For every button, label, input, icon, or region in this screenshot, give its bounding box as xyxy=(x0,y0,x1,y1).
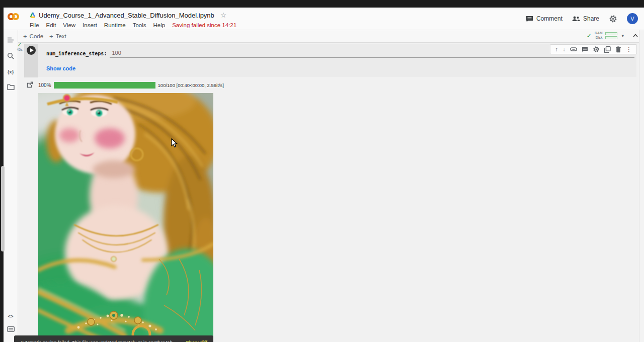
cell-execution-badge: ✓ 45s xyxy=(16,42,24,51)
colab-header: Udemy_Course_1_Advanced_Stable_Diffusion… xyxy=(4,8,644,30)
vertical-scrollbar[interactable] xyxy=(639,30,644,342)
add-text-button[interactable]: + Text xyxy=(49,33,66,40)
code-cell[interactable]: num_inference_steps: 100 Show code xyxy=(24,44,636,77)
avatar[interactable]: V xyxy=(627,13,638,24)
progress-percent: 100% xyxy=(38,82,51,88)
menu-help[interactable]: Help xyxy=(153,22,166,28)
menu-runtime[interactable]: Runtime xyxy=(104,22,126,28)
show-code-link[interactable]: Show code xyxy=(46,65,75,71)
copy-link-icon[interactable] xyxy=(570,47,577,51)
add-text-label: Text xyxy=(56,33,66,39)
comment-button[interactable]: Comment xyxy=(526,15,562,22)
mirror-cell-copy-icon[interactable] xyxy=(604,46,611,53)
play-icon xyxy=(30,48,34,52)
menu-view[interactable]: View xyxy=(63,22,75,28)
menu-bar: File Edit View Insert Runtime Tools Help… xyxy=(30,21,236,29)
disk-label: Disk xyxy=(596,36,603,40)
disk-meter xyxy=(605,36,617,39)
autosave-failed-toast: Automatic saving failed. This file was u… xyxy=(14,335,213,342)
resources-indicator[interactable]: ✓ RAM Disk ▾ xyxy=(587,31,624,40)
plus-icon: + xyxy=(23,33,27,40)
variables-glyph: {x} xyxy=(8,69,14,74)
menu-tools[interactable]: Tools xyxy=(133,22,146,28)
star-icon[interactable]: ☆ xyxy=(220,11,227,19)
move-cell-down-button[interactable]: ↓ xyxy=(562,46,566,52)
comment-icon xyxy=(526,16,533,22)
title-row: Udemy_Course_1_Advanced_Stable_Diffusion… xyxy=(30,11,226,20)
cell-settings-gear-icon[interactable] xyxy=(593,46,600,53)
toast-message: Automatic saving failed. This file was u… xyxy=(20,339,174,342)
form-row: num_inference_steps: 100 xyxy=(46,50,634,58)
left-sidebar: {x} <> xyxy=(4,30,18,342)
comment-label: Comment xyxy=(536,15,562,22)
add-code-label: Code xyxy=(30,33,44,39)
menu-file[interactable]: File xyxy=(30,22,39,28)
files-folder-icon[interactable] xyxy=(7,83,15,91)
execution-time: 45s xyxy=(16,48,24,51)
notebook-title[interactable]: Udemy_Course_1_Advanced_Stable_Diffusion… xyxy=(39,12,214,19)
run-cell-button[interactable] xyxy=(27,46,36,55)
resource-meters xyxy=(605,32,617,39)
drive-icon xyxy=(30,12,36,18)
ram-meter xyxy=(605,32,617,35)
generated-image-output xyxy=(38,93,213,342)
more-actions-icon[interactable]: ⋮ xyxy=(626,46,632,52)
delete-cell-trash-icon[interactable] xyxy=(615,46,621,53)
header-actions: Comment Share V xyxy=(526,12,638,26)
mouse-cursor xyxy=(171,138,178,148)
saving-failed-status[interactable]: Saving failed since 14:21 xyxy=(172,22,236,28)
share-icon xyxy=(572,16,580,22)
variables-icon[interactable]: {x} xyxy=(7,67,15,75)
menu-insert[interactable]: Insert xyxy=(83,22,97,28)
ram-label: RAM xyxy=(595,31,603,35)
execution-success-check-icon: ✓ xyxy=(16,42,24,47)
colab-logo-icon[interactable] xyxy=(8,11,25,23)
add-comment-icon[interactable] xyxy=(582,46,588,52)
window-top-bar xyxy=(0,0,644,8)
code-snippets-icon[interactable]: <> xyxy=(7,312,15,320)
show-diff-button[interactable]: Show diff xyxy=(186,339,207,342)
code-snippets-glyph: <> xyxy=(8,313,13,319)
search-icon[interactable] xyxy=(7,52,15,60)
notebook-toolbar: + Code + Text ✓ RAM Disk ▾ xyxy=(18,30,644,43)
caret-down-icon[interactable]: ▾ xyxy=(621,33,624,38)
share-label: Share xyxy=(583,15,599,22)
move-cell-up-button[interactable]: ↑ xyxy=(555,46,558,52)
connected-check-icon: ✓ xyxy=(587,32,592,39)
menu-edit[interactable]: Edit xyxy=(46,22,56,28)
tqdm-progress: 100% 100/100 [00:40<00:00, 2.59it/s] xyxy=(38,82,224,89)
cell-toolbar: ↑ ↓ ⋮ xyxy=(550,44,637,54)
table-of-contents-icon[interactable] xyxy=(7,36,15,44)
progress-stats: 100/100 [00:40<00:00, 2.59it/s] xyxy=(158,82,224,88)
collapse-header-icon[interactable] xyxy=(632,32,639,39)
form-param-label: num_inference_steps: xyxy=(46,51,107,58)
colab-logo-ring xyxy=(12,13,19,20)
add-code-button[interactable]: + Code xyxy=(23,33,43,40)
scrollbar-thumb[interactable] xyxy=(1,166,5,251)
resource-labels: RAM Disk xyxy=(595,31,603,40)
progress-bar xyxy=(54,82,155,89)
settings-gear-icon[interactable] xyxy=(609,15,617,23)
cell-output-icon[interactable] xyxy=(26,81,33,89)
portrait-illustration xyxy=(38,93,213,342)
share-button[interactable]: Share xyxy=(572,15,599,22)
terminal-icon[interactable] xyxy=(7,325,15,333)
progress-bar-fill xyxy=(54,82,155,89)
plus-icon: + xyxy=(49,33,53,40)
